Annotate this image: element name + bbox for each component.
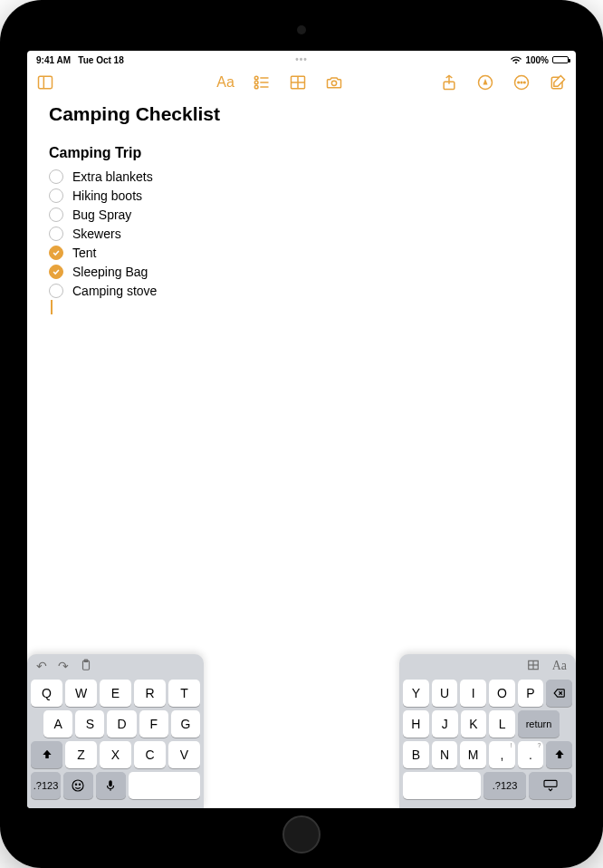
symbols-key[interactable]: .?123: [31, 772, 61, 799]
status-right: 100%: [511, 55, 569, 65]
svg-rect-0: [39, 76, 53, 88]
key-l[interactable]: L: [489, 710, 515, 738]
checkbox-checked-icon[interactable]: [49, 246, 63, 260]
key-h[interactable]: H: [403, 710, 429, 738]
battery-icon: [552, 56, 569, 63]
svg-rect-31: [544, 780, 557, 786]
key-w[interactable]: W: [65, 680, 97, 707]
hide-keyboard-key[interactable]: [529, 772, 572, 799]
keyboard-shortcut-bar-left: ↶ ↷: [27, 654, 204, 678]
table-button[interactable]: [289, 73, 307, 92]
key-c[interactable]: C: [134, 741, 166, 768]
status-time: 9:41 AM: [36, 55, 71, 65]
status-bar: 9:41 AM Tue Oct 18 ••• 100%: [27, 51, 576, 67]
checkbox-unchecked-icon[interactable]: [49, 207, 63, 222]
format-button[interactable]: Aa: [216, 73, 234, 92]
key-,[interactable]: ,!: [489, 741, 515, 768]
battery-percent: 100%: [525, 55, 549, 65]
checklist-item-label[interactable]: Bug Spray: [72, 207, 131, 222]
svg-point-21: [72, 780, 83, 791]
svg-point-16: [521, 82, 522, 83]
table-shortcut-icon[interactable]: [527, 659, 540, 674]
key-n[interactable]: N: [432, 741, 458, 768]
checklist-item[interactable]: Skewers: [49, 224, 554, 243]
key-y[interactable]: Y: [403, 680, 429, 707]
keyboard-left: ↶ ↷ QWERT ASDFG ZXCV .?123: [27, 654, 204, 808]
checklist-item[interactable]: Camping stove: [49, 281, 554, 300]
key-k[interactable]: K: [461, 710, 487, 738]
note-title[interactable]: Camping Checklist: [49, 103, 554, 125]
key-u[interactable]: U: [432, 680, 458, 707]
svg-rect-24: [110, 780, 113, 786]
note-heading[interactable]: Camping Trip: [49, 145, 554, 161]
cursor-line[interactable]: [49, 300, 554, 314]
undo-icon[interactable]: ↶: [36, 659, 47, 673]
emoji-key[interactable]: [63, 772, 93, 799]
svg-point-11: [331, 81, 336, 85]
key-g[interactable]: G: [171, 710, 200, 738]
dictation-key[interactable]: [96, 772, 126, 799]
clipboard-icon[interactable]: [80, 659, 92, 674]
key-x[interactable]: X: [100, 741, 131, 768]
return-key[interactable]: return: [518, 710, 560, 738]
key-r[interactable]: R: [134, 680, 166, 707]
key-f[interactable]: F: [139, 710, 168, 738]
checkbox-unchecked-icon[interactable]: [49, 284, 63, 298]
svg-point-17: [524, 82, 526, 83]
key-.[interactable]: .?: [518, 741, 544, 768]
key-s[interactable]: S: [75, 710, 104, 738]
key-z[interactable]: Z: [65, 741, 97, 768]
screen: 9:41 AM Tue Oct 18 ••• 100% Aa: [27, 51, 576, 808]
markup-button[interactable]: [476, 73, 494, 92]
checklist-item-label[interactable]: Tent: [72, 246, 96, 260]
share-button[interactable]: [440, 73, 458, 92]
svg-point-6: [254, 85, 258, 89]
key-e[interactable]: E: [100, 680, 131, 707]
checkbox-unchecked-icon[interactable]: [49, 169, 63, 184]
key-o[interactable]: O: [489, 680, 515, 707]
backspace-key[interactable]: [546, 680, 572, 707]
checklist-item[interactable]: Bug Spray: [49, 205, 554, 224]
key-m[interactable]: M: [460, 741, 486, 768]
checklist-item[interactable]: Hiking boots: [49, 186, 554, 205]
more-button[interactable]: [512, 73, 531, 92]
checklist-item-label[interactable]: Extra blankets: [72, 169, 153, 184]
svg-point-4: [254, 81, 258, 84]
svg-point-22: [76, 784, 77, 785]
checklist-item-label[interactable]: Sleeping Bag: [72, 265, 148, 279]
key-i[interactable]: I: [460, 680, 486, 707]
sidebar-toggle-button[interactable]: [36, 73, 54, 92]
checkbox-unchecked-icon[interactable]: [49, 188, 63, 203]
key-a[interactable]: A: [43, 710, 72, 738]
key-b[interactable]: B: [403, 741, 429, 768]
key-t[interactable]: T: [168, 680, 200, 707]
checklist-item[interactable]: Tent: [49, 243, 554, 262]
space-key[interactable]: [129, 772, 200, 799]
key-q[interactable]: Q: [31, 680, 62, 707]
shift-key[interactable]: [546, 741, 572, 768]
checklist[interactable]: Extra blanketsHiking bootsBug SpraySkewe…: [49, 167, 554, 300]
key-v[interactable]: V: [168, 741, 200, 768]
key-j[interactable]: J: [432, 710, 458, 738]
keyboard-shortcut-bar-right: Aa: [399, 654, 576, 678]
checklist-item[interactable]: Extra blankets: [49, 167, 554, 186]
checkbox-checked-icon[interactable]: [49, 265, 63, 279]
checklist-item[interactable]: Sleeping Bag: [49, 262, 554, 281]
checklist-item-label[interactable]: Hiking boots: [72, 188, 142, 203]
multitask-dots-icon[interactable]: •••: [295, 54, 308, 64]
checklist-button[interactable]: [253, 73, 271, 92]
checklist-item-label[interactable]: Skewers: [72, 227, 121, 241]
symbols-key[interactable]: .?123: [483, 772, 527, 799]
text-caret: [51, 300, 53, 314]
checkbox-unchecked-icon[interactable]: [49, 227, 63, 241]
shift-key[interactable]: [31, 741, 62, 768]
compose-button[interactable]: [549, 73, 567, 92]
key-p[interactable]: P: [518, 680, 544, 707]
home-button[interactable]: [282, 815, 321, 854]
redo-icon[interactable]: ↷: [58, 659, 69, 673]
space-key[interactable]: [403, 772, 481, 799]
key-d[interactable]: D: [107, 710, 136, 738]
format-shortcut-icon[interactable]: Aa: [552, 659, 567, 673]
camera-button[interactable]: [325, 73, 343, 92]
checklist-item-label[interactable]: Camping stove: [72, 284, 157, 298]
